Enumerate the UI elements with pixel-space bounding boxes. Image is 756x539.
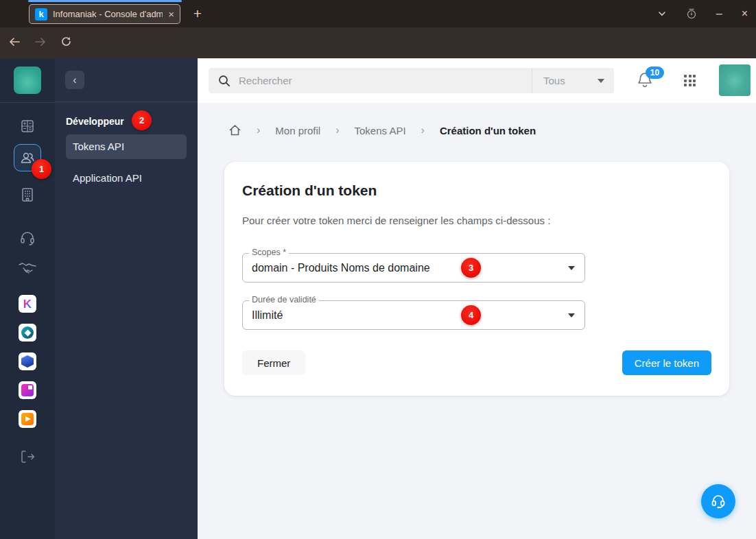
annotation-step-2: 2	[132, 110, 152, 130]
user-avatar[interactable]	[719, 64, 751, 96]
tab-close-icon[interactable]: ×	[168, 9, 174, 19]
screen: { "browser": { "tab_title": "Infomaniak …	[0, 0, 756, 539]
active-tab-accent-line	[28, 0, 182, 2]
search-input[interactable]	[239, 75, 532, 86]
breadcrumb: › Mon profil › Tokens API › Création d'u…	[228, 124, 536, 136]
apps-grid-icon[interactable]	[684, 75, 696, 86]
chevron-down-icon	[568, 266, 575, 270]
validity-select[interactable]: Durée de validité Illimité	[242, 300, 585, 330]
token-creation-card: Création d'un token Pour créer votre tok…	[224, 162, 729, 396]
breadcrumb-tokens-api[interactable]: Tokens API	[355, 125, 406, 136]
home-icon[interactable]	[228, 124, 241, 136]
notifications-button[interactable]: 10	[637, 71, 653, 92]
sidebar-back-button[interactable]: ‹	[65, 71, 84, 89]
browser-tab[interactable]: k Infomaniak - Console d'adm ×	[29, 4, 180, 24]
scopes-value: domain - Produits Noms de domaine	[243, 254, 584, 282]
forward-icon[interactable]	[34, 36, 47, 50]
reload-icon[interactable]	[60, 36, 72, 50]
page-title: Création d'un token	[242, 182, 377, 199]
app-topbar: Tous 10	[198, 58, 756, 103]
primary-sidebar: K	[0, 58, 55, 539]
app-kchat-cube-icon[interactable]	[19, 352, 36, 370]
breadcrumb-separator: ›	[421, 124, 425, 136]
search-bar[interactable]: Tous	[209, 68, 614, 93]
divider	[0, 102, 55, 103]
breadcrumb-current: Création d'un token	[440, 125, 536, 136]
create-token-button[interactable]: Créer le token	[622, 350, 711, 375]
annotation-step-3: 3	[461, 258, 481, 278]
timer-extension-icon[interactable]	[686, 8, 697, 19]
breadcrumb-mon-profil[interactable]: Mon profil	[275, 125, 320, 136]
browser-titlebar: k Infomaniak - Console d'adm × + – ×	[0, 0, 756, 27]
divider	[55, 101, 198, 102]
organization-building-icon[interactable]	[20, 187, 35, 203]
search-scope-select[interactable]: Tous	[532, 68, 614, 93]
annotation-step-4: 4	[461, 305, 481, 325]
main-content: Tous 10 › Mon profil › Tokens API › Créa…	[198, 58, 756, 539]
tab-title: Infomaniak - Console d'adm	[53, 9, 163, 19]
infomaniak-logo[interactable]	[14, 67, 41, 94]
close-button[interactable]: Fermer	[242, 350, 305, 375]
browser-toolbar: https://manager.infomaniak.com/v3/995834…	[0, 27, 756, 58]
annotation-step-1: 1	[32, 159, 51, 179]
support-fab-button[interactable]	[701, 484, 735, 518]
chevron-down-icon	[598, 79, 604, 83]
search-scope-value: Tous	[543, 75, 565, 86]
notification-count-badge: 10	[646, 67, 664, 79]
sidebar-item-tokens-api[interactable]: Tokens API	[66, 134, 187, 159]
logout-icon[interactable]	[20, 450, 35, 464]
partnership-handshake-icon[interactable]	[19, 262, 36, 274]
validity-value: Illimité	[243, 301, 584, 329]
app-ksuite-icon[interactable]: K	[19, 295, 36, 313]
new-tab-button[interactable]: +	[188, 4, 207, 23]
infomaniak-console: K ‹ Développeur Tokens API Application A…	[0, 58, 756, 539]
support-headset-icon[interactable]	[19, 230, 36, 247]
breadcrumb-separator: ›	[335, 124, 339, 136]
back-icon[interactable]	[8, 36, 21, 50]
headset-icon	[709, 492, 728, 511]
scopes-label: Scopes *	[249, 248, 289, 257]
section-title: Développeur	[66, 116, 124, 127]
app-kmeet-icon[interactable]	[19, 381, 36, 399]
app-kdrive-icon[interactable]	[19, 324, 36, 342]
breadcrumb-separator: ›	[257, 124, 260, 136]
tab-list-chevron-icon[interactable]	[657, 9, 667, 19]
chevron-down-icon	[568, 313, 575, 318]
card-description: Pour créer votre token merci de renseign…	[242, 215, 550, 226]
products-icon[interactable]	[19, 118, 36, 134]
secondary-sidebar: ‹ Développeur Tokens API Application API	[55, 58, 198, 539]
validity-label: Durée de validité	[249, 295, 319, 304]
infomaniak-favicon: k	[35, 8, 47, 21]
sidebar-item-application-api[interactable]: Application API	[73, 172, 142, 184]
app-vod-play-icon[interactable]	[19, 410, 36, 428]
search-icon	[218, 75, 231, 87]
window-close-button[interactable]: ×	[742, 8, 748, 20]
scopes-select[interactable]: Scopes * domain - Produits Noms de domai…	[242, 253, 585, 283]
window-minimize-button[interactable]: –	[716, 8, 722, 20]
